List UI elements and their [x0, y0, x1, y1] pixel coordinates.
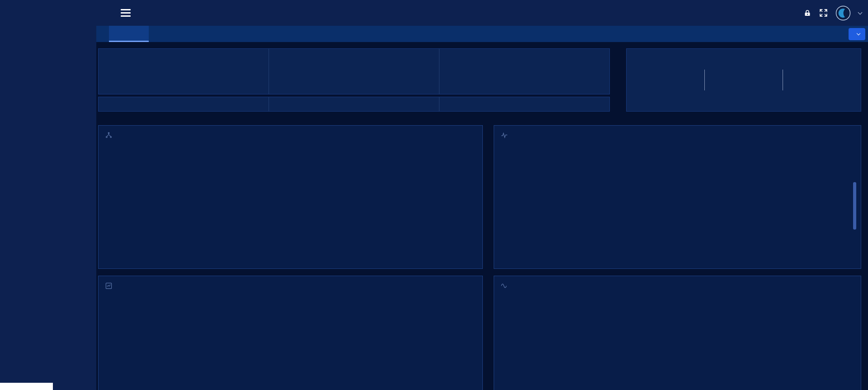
sidebar: [0, 0, 96, 390]
header-actions: [803, 5, 862, 21]
dashboard-content: [96, 42, 868, 390]
trend-line-chart: [99, 312, 483, 390]
line-chart-icon: [105, 282, 112, 289]
panels-grid: [98, 125, 861, 390]
report-rate: [439, 97, 609, 111]
chevron-down-icon[interactable]: [858, 10, 863, 15]
energy-stats-top: [98, 48, 610, 94]
industrial-output-stat: [705, 78, 783, 82]
unit-consumption-stat: [783, 78, 861, 82]
fullscreen-icon[interactable]: [819, 9, 828, 17]
panel-report-table: [494, 125, 861, 269]
pulse-icon: [501, 132, 508, 139]
summary-stats-card: [626, 48, 861, 112]
last-month-compare: [269, 97, 439, 111]
type-pie-chart: [494, 276, 861, 390]
report-items-stat: [439, 49, 609, 94]
table-scrollbar[interactable]: [853, 182, 856, 230]
month-energy-stat: [269, 49, 439, 94]
chevron-down-icon: [857, 32, 860, 35]
panel-trend: [98, 276, 483, 390]
tab-home[interactable]: [109, 26, 149, 42]
avatar[interactable]: [835, 5, 851, 21]
main-area: [96, 0, 868, 390]
report-table-wrap: [504, 154, 855, 157]
energy-stats-strip: [98, 97, 610, 112]
top-header: [96, 0, 868, 26]
tab-bar: [96, 26, 868, 42]
panel-branch-top10: [98, 125, 483, 269]
today-energy-stat: [99, 49, 269, 94]
branch-icon: [105, 132, 112, 139]
lock-icon[interactable]: [803, 9, 811, 17]
running-days-stat: [627, 78, 704, 82]
app-title: [0, 0, 96, 8]
stats-row: [98, 48, 861, 112]
energy-stats-card: [98, 48, 610, 112]
bottom-white-strip: [0, 383, 53, 390]
report-table: [504, 154, 855, 157]
panel-pie: [494, 276, 861, 390]
more-button[interactable]: [849, 28, 865, 40]
branch-bar-chart: [99, 157, 483, 269]
hamburger-menu-icon[interactable]: [121, 9, 131, 17]
app-root: [0, 0, 868, 390]
